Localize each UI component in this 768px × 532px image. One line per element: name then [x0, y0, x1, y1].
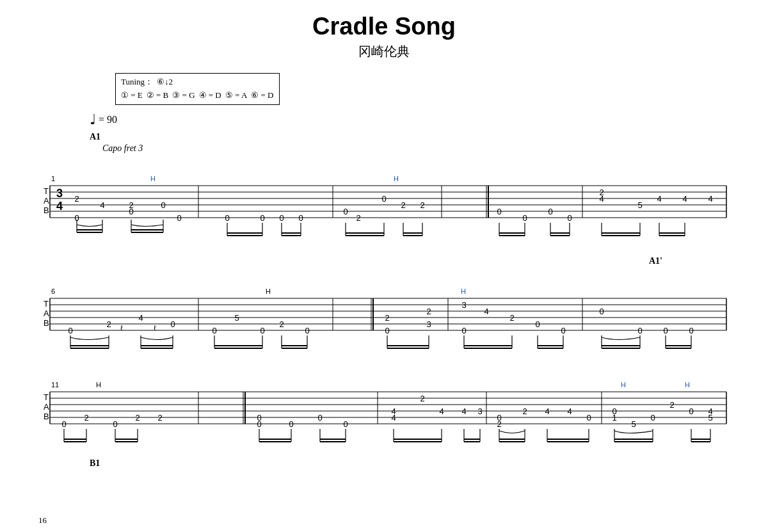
svg-text:0: 0 — [567, 213, 572, 223]
svg-text:0: 0 — [637, 326, 642, 335]
t2: ② = B — [147, 89, 169, 102]
t1: ① = E — [121, 89, 143, 102]
svg-text:1: 1 — [612, 413, 616, 423]
svg-text:2: 2 — [522, 407, 527, 416]
svg-text:4: 4 — [657, 194, 661, 204]
svg-text:2: 2 — [497, 419, 501, 429]
page: Cradle Song 冈崎伦典 Tuning： ⑥↓2 ① = E ② = B… — [0, 0, 768, 532]
svg-text:5: 5 — [708, 413, 712, 423]
tuning-label: Tuning： — [121, 76, 153, 89]
svg-text:0: 0 — [535, 319, 540, 329]
svg-text:2: 2 — [74, 194, 79, 204]
svg-text:2: 2 — [385, 313, 389, 323]
svg-text:2: 2 — [84, 413, 88, 423]
svg-text:1: 1 — [51, 175, 55, 182]
tuning-string-num: ⑥↓2 — [157, 76, 173, 89]
tab-system-2: T A B 6 H H 0 2 — [38, 271, 730, 355]
tuning-header: Tuning： ⑥↓2 — [121, 76, 274, 89]
section-b1-label: B1 — [90, 458, 730, 469]
svg-text:2: 2 — [356, 213, 360, 223]
tab-system-3: T A B 11 — [38, 365, 730, 448]
section-a1prime-label: A1' — [649, 256, 662, 266]
svg-text:4: 4 — [391, 413, 396, 423]
svg-text:B: B — [44, 318, 49, 328]
svg-text:0: 0 — [689, 407, 693, 416]
svg-text:2: 2 — [669, 400, 674, 410]
svg-text:0: 0 — [317, 413, 322, 423]
subtitle: 冈崎伦典 — [38, 43, 730, 60]
svg-text:T: T — [44, 299, 49, 309]
svg-text:5: 5 — [631, 419, 636, 429]
svg-text:6: 6 — [51, 287, 55, 295]
tuning-box: Tuning： ⑥↓2 ① = E ② = B ③ = G ④ = D ⑤ = … — [115, 73, 280, 105]
svg-text:4: 4 — [56, 200, 63, 213]
svg-text:2: 2 — [420, 394, 424, 403]
t4: ④ = D — [199, 89, 221, 102]
page-number: 16 — [38, 515, 47, 526]
svg-text:H: H — [266, 287, 271, 295]
svg-text:0: 0 — [522, 213, 527, 223]
svg-text:5: 5 — [234, 313, 239, 323]
svg-text:0: 0 — [177, 213, 181, 223]
svg-text:0: 0 — [599, 307, 604, 316]
svg-text:H: H — [96, 381, 101, 389]
svg-text:3: 3 — [461, 300, 466, 310]
svg-text:4: 4 — [484, 307, 488, 316]
tab-svg-2: T A B 6 H H 0 2 — [38, 271, 730, 355]
svg-text:A: A — [44, 196, 49, 206]
svg-text:2: 2 — [401, 200, 405, 210]
svg-text:4: 4 — [138, 313, 143, 323]
svg-text:3: 3 — [56, 187, 63, 200]
t5: ⑤ = A — [225, 89, 248, 102]
svg-text:ℓ: ℓ — [120, 324, 123, 332]
svg-text:H: H — [621, 381, 626, 389]
svg-text:3: 3 — [477, 407, 482, 416]
tempo-line: ♩ = 90 — [90, 111, 730, 128]
svg-text:4: 4 — [545, 407, 549, 416]
svg-text:0: 0 — [129, 207, 133, 216]
svg-text:4: 4 — [708, 194, 712, 204]
svg-text:H: H — [150, 175, 156, 182]
svg-text:4: 4 — [439, 407, 444, 416]
svg-text:0: 0 — [113, 419, 117, 429]
svg-text:T: T — [44, 392, 49, 402]
svg-text:A: A — [44, 309, 49, 318]
section-a1-label: A1 — [90, 132, 730, 142]
svg-text:0: 0 — [170, 319, 175, 329]
svg-text:0: 0 — [561, 326, 565, 335]
svg-text:0: 0 — [548, 207, 552, 216]
svg-text:0: 0 — [343, 207, 348, 216]
svg-text:0: 0 — [257, 413, 261, 423]
capo-label: Capo fret 3 — [102, 143, 730, 154]
svg-text:H: H — [394, 175, 399, 182]
svg-text:2: 2 — [420, 200, 424, 210]
title-section: Cradle Song 冈崎伦典 — [38, 13, 730, 60]
svg-text:B: B — [44, 412, 49, 421]
svg-text:4: 4 — [100, 200, 104, 210]
svg-text:0: 0 — [343, 419, 348, 429]
tab-system-1: T A B 3 4 1 — [38, 159, 730, 242]
svg-text:5: 5 — [637, 200, 642, 210]
main-title: Cradle Song — [38, 13, 730, 40]
svg-text:4: 4 — [682, 194, 687, 204]
tuning-notes: ① = E ② = B ③ = G ④ = D ⑤ = A ⑥ = D — [121, 89, 274, 102]
svg-text:2: 2 — [279, 319, 284, 329]
svg-text:4: 4 — [567, 407, 572, 416]
svg-text:0: 0 — [61, 419, 66, 429]
tempo-value: = 90 — [99, 114, 117, 125]
svg-text:ℓ: ℓ — [154, 324, 156, 332]
svg-text:0: 0 — [461, 326, 466, 335]
svg-text:0: 0 — [305, 326, 309, 335]
svg-text:2: 2 — [426, 307, 431, 316]
svg-text:0: 0 — [689, 326, 693, 335]
svg-text:T: T — [44, 186, 49, 196]
svg-text:2: 2 — [157, 413, 162, 423]
svg-text:0: 0 — [663, 326, 668, 335]
svg-text:0: 0 — [225, 213, 229, 223]
svg-text:2: 2 — [106, 319, 111, 329]
svg-text:11: 11 — [51, 381, 59, 389]
svg-text:0: 0 — [298, 213, 303, 223]
svg-text:0: 0 — [161, 200, 165, 210]
svg-text:0: 0 — [68, 326, 72, 335]
svg-text:0: 0 — [260, 213, 264, 223]
